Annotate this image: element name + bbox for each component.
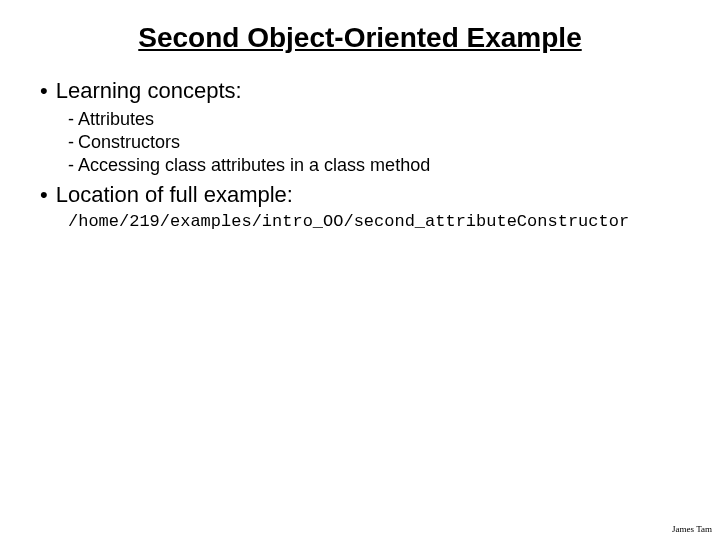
dash-icon: - [68, 108, 78, 130]
list-item: - Accessing class attributes in a class … [68, 154, 680, 176]
sub-item-text: Accessing class attributes in a class me… [78, 154, 430, 176]
bullet-label: Location of full example: [56, 182, 293, 208]
sub-list-concepts: - Attributes - Constructors - Accessing … [68, 108, 680, 176]
dash-icon: - [68, 131, 78, 153]
sub-item-text: Constructors [78, 131, 180, 153]
bullet-dot-icon: • [40, 182, 48, 208]
footer-author: James Tam [672, 524, 712, 534]
slide-title: Second Object-Oriented Example [40, 22, 680, 54]
code-path: /home/219/examples/intro_OO/second_attri… [68, 212, 680, 231]
bullet-dot-icon: • [40, 78, 48, 104]
bullet-label: Learning concepts: [56, 78, 242, 104]
list-item: - Constructors [68, 131, 680, 153]
sub-item-text: Attributes [78, 108, 154, 130]
dash-icon: - [68, 154, 78, 176]
bullet-learning-concepts: • Learning concepts: [40, 78, 680, 104]
bullet-location: • Location of full example: [40, 182, 680, 208]
slide-container: Second Object-Oriented Example • Learnin… [0, 0, 720, 231]
list-item: - Attributes [68, 108, 680, 130]
